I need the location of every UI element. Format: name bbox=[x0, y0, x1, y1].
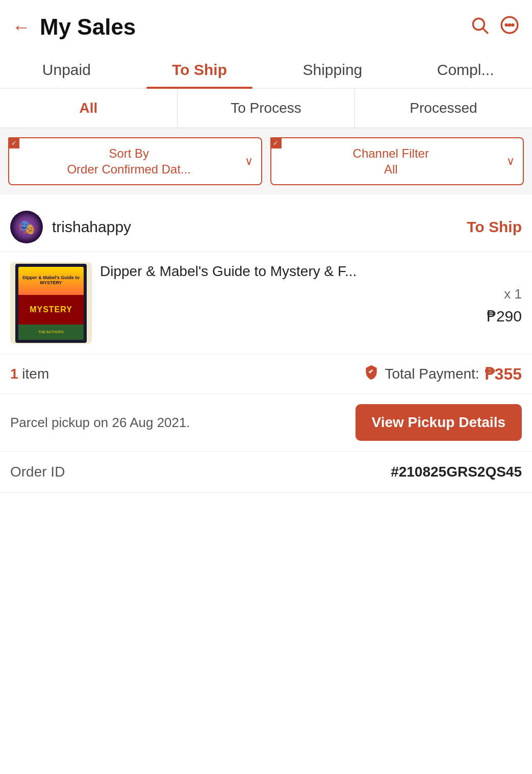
tab-shipping[interactable]: Shipping bbox=[266, 50, 399, 88]
subtab-processed[interactable]: Processed bbox=[355, 89, 532, 128]
header-actions bbox=[470, 15, 520, 39]
sub-tabs: All To Process Processed bbox=[0, 89, 532, 128]
item-count: 1 item bbox=[10, 366, 49, 382]
product-image: Dipper & Mabel's Guide to MYSTERY MYSTER… bbox=[10, 262, 92, 344]
order-id-value: #210825GRS2QS45 bbox=[391, 464, 522, 480]
tab-unpaid[interactable]: Unpaid bbox=[0, 50, 133, 88]
tab-completed[interactable]: Compl... bbox=[399, 50, 532, 88]
shield-icon bbox=[363, 364, 379, 384]
view-pickup-details-button[interactable]: View Pickup Details bbox=[356, 404, 522, 441]
sort-by-label: Sort By Order Confirmed Dat... bbox=[17, 145, 241, 177]
parcel-text: Parcel pickup on 26 Aug 2021. bbox=[10, 415, 347, 431]
channel-chevron-icon: ∨ bbox=[506, 155, 515, 168]
tab-to-ship[interactable]: To Ship bbox=[133, 50, 266, 88]
sort-chevron-icon: ∨ bbox=[245, 155, 253, 168]
channel-label: Channel Filter All bbox=[280, 145, 503, 177]
product-row: Dipper & Mabel's Guide to MYSTERY MYSTER… bbox=[0, 252, 532, 355]
order-status-badge: To Ship bbox=[467, 218, 522, 236]
header: ← My Sales bbox=[0, 0, 532, 50]
product-price: ₱290 bbox=[100, 307, 522, 325]
svg-point-5 bbox=[512, 24, 514, 26]
svg-point-4 bbox=[509, 24, 510, 26]
order-header: 🎭 trishahappy To Ship bbox=[0, 201, 532, 252]
chat-icon[interactable] bbox=[499, 15, 520, 39]
main-tabs: Unpaid To Ship Shipping Compl... bbox=[0, 50, 532, 89]
total-label: Total Payment: bbox=[385, 366, 479, 382]
total-payment: Total Payment: ₱355 bbox=[363, 364, 522, 384]
svg-text:🎭: 🎭 bbox=[18, 219, 36, 236]
order-id-row: Order ID #210825GRS2QS45 bbox=[0, 452, 532, 493]
sort-by-filter[interactable]: ✓ Sort By Order Confirmed Dat... ∨ bbox=[8, 137, 262, 185]
channel-filter[interactable]: ✓ Channel Filter All ∨ bbox=[270, 137, 524, 185]
sort-check-icon: ✓ bbox=[8, 137, 19, 148]
channel-check-icon: ✓ bbox=[270, 137, 282, 148]
action-row: Parcel pickup on 26 Aug 2021. View Picku… bbox=[0, 394, 532, 452]
subtab-all[interactable]: All bbox=[0, 89, 178, 128]
product-info: Dipper & Mabel's Guide to Mystery & F...… bbox=[100, 262, 522, 344]
avatar: 🎭 bbox=[10, 211, 43, 243]
seller-name: trishahappy bbox=[52, 218, 467, 236]
product-quantity: x 1 bbox=[100, 286, 522, 302]
order-id-label: Order ID bbox=[10, 464, 391, 480]
total-amount: ₱355 bbox=[485, 364, 522, 384]
book-cover: Dipper & Mabel's Guide to MYSTERY MYSTER… bbox=[15, 264, 87, 343]
page-title: My Sales bbox=[40, 14, 470, 40]
filter-row: ✓ Sort By Order Confirmed Dat... ∨ ✓ Cha… bbox=[0, 128, 532, 194]
back-button[interactable]: ← bbox=[12, 18, 31, 36]
svg-line-1 bbox=[483, 29, 488, 33]
subtab-to-process[interactable]: To Process bbox=[178, 89, 355, 128]
search-icon[interactable] bbox=[470, 15, 489, 39]
order-card: 🎭 trishahappy To Ship Dipper & Mabel's G… bbox=[0, 201, 532, 493]
order-total-footer: 1 item Total Payment: ₱355 bbox=[0, 355, 532, 394]
svg-point-3 bbox=[505, 24, 507, 26]
product-name: Dipper & Mabel's Guide to Mystery & F... bbox=[100, 262, 522, 281]
